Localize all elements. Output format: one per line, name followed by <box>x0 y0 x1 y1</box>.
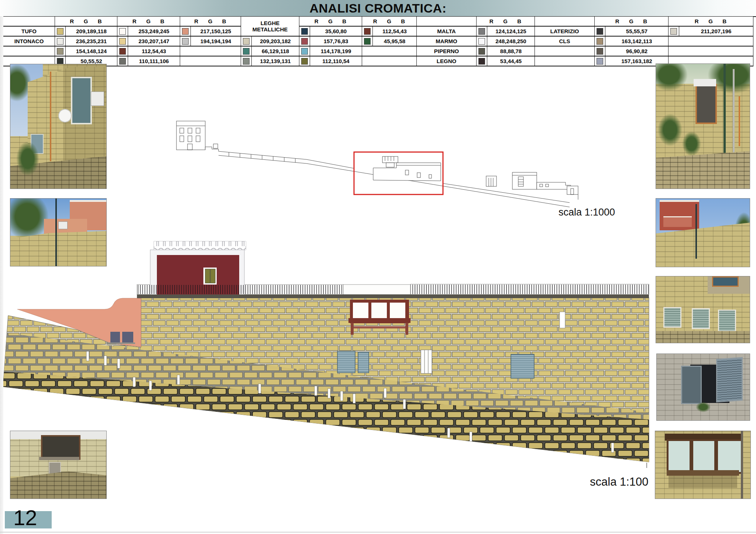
color-sample-cell: 163,142,113 <box>595 36 669 46</box>
rgb-column-header: R G B <box>180 17 241 27</box>
rgb-column-header: R G B <box>117 17 180 27</box>
rgb-column-header: R G B <box>669 17 753 27</box>
color-swatch <box>119 28 126 35</box>
color-sample-cell: 88,88,78 <box>477 46 535 56</box>
shrub <box>16 141 39 176</box>
orange-pipe <box>739 96 740 146</box>
orange-pipe <box>50 72 51 161</box>
rgb-value: 124,124,125 <box>487 27 535 36</box>
rgb-value: 230,207,147 <box>128 37 180 46</box>
color-sample-cell: 132,139,131 <box>241 56 299 66</box>
material-label: PIPERNO <box>417 46 477 56</box>
material-label: LEGHE METALLICHE <box>250 20 291 33</box>
window <box>695 84 717 124</box>
color-sample-cell: 253,249,245 <box>117 26 180 36</box>
rgb-column-header: R G B <box>595 17 669 27</box>
pole <box>695 204 697 259</box>
green-shutter <box>210 269 215 283</box>
window <box>71 77 92 124</box>
color-sample-cell: 236,235,231 <box>55 36 117 46</box>
upper-window <box>712 276 739 287</box>
rgb-value: 217,150,125 <box>191 27 241 36</box>
color-swatch <box>597 58 603 65</box>
color-swatch <box>301 58 308 65</box>
color-swatch <box>119 38 126 45</box>
sheet-edge-left <box>0 16 3 534</box>
green-shutter <box>205 269 210 283</box>
empty-cell <box>535 17 595 27</box>
pole <box>55 199 57 266</box>
corbel-shadow <box>669 476 737 488</box>
rgb-value: 96,90,82 <box>605 46 668 56</box>
color-sample-cell: 209,189,118 <box>55 26 117 36</box>
material-label: TUFO <box>3 26 55 36</box>
empty-cell <box>669 46 753 56</box>
material-label-cell: LEGHE METALLICHE <box>241 17 299 37</box>
rgb-column-header: R G B <box>299 17 362 27</box>
color-swatch <box>243 38 250 45</box>
color-swatch <box>478 38 485 45</box>
mullion <box>714 439 718 470</box>
color-swatch <box>364 38 371 45</box>
color-swatch <box>478 48 485 55</box>
color-swatch <box>57 38 63 45</box>
color-swatch <box>478 58 485 65</box>
material-label: LATERIZIO <box>535 26 595 36</box>
header-band: ANALISI CROMATICA: <box>0 0 756 17</box>
color-sample-cell: 35,60,80 <box>299 26 362 36</box>
rgb-value: 253,249,245 <box>128 27 180 36</box>
analysis-board-page: ANALISI CROMATICA: R G BR G BR G BLEGHE … <box>0 0 756 534</box>
drainpipe <box>741 431 743 499</box>
color-sample-cell: 110,111,106 <box>117 56 180 66</box>
terrace <box>663 216 691 227</box>
color-swatch <box>119 48 126 55</box>
material-label: MARMO <box>417 36 477 46</box>
color-swatch <box>57 58 63 65</box>
empty-cell <box>417 17 477 27</box>
rgb-value: 112,54,43 <box>128 46 180 56</box>
color-swatch <box>57 28 63 35</box>
empty-cell <box>3 17 55 27</box>
rgb-column-header: R G B <box>55 17 117 27</box>
material-label: INTONACO <box>3 36 55 46</box>
railing-hatch <box>137 285 343 294</box>
material-label: LEGNO <box>417 56 477 66</box>
empty-cell <box>669 36 753 46</box>
color-sample-cell: 114,178,199 <box>299 46 362 56</box>
material-label <box>535 46 595 56</box>
railing-hatch <box>410 285 649 294</box>
photo-right-open-window <box>656 354 750 421</box>
color-swatch <box>243 58 250 65</box>
empty-cell <box>180 56 241 66</box>
color-sample-cell: 209,203,182 <box>241 36 299 46</box>
photo-left-pink-villa <box>10 198 107 266</box>
greenery <box>656 63 688 91</box>
materials-rgb-table: R G BR G BR G BLEGHE METALLICHER G BR G … <box>3 16 753 66</box>
color-swatch <box>301 48 308 55</box>
lower-wall <box>656 151 750 189</box>
rgb-value: 35,60,80 <box>310 27 362 36</box>
color-sample-cell: 157,76,83 <box>299 36 362 46</box>
color-swatch <box>57 48 63 55</box>
photo-left-bay-window-house <box>10 431 107 499</box>
material-label <box>3 46 55 56</box>
ac-unit <box>58 221 68 229</box>
louvered-shutter <box>716 357 743 402</box>
rgb-column-header: R G B <box>362 17 417 27</box>
color-swatch <box>478 28 485 35</box>
empty-cell <box>180 46 241 56</box>
photo-right-red-villa <box>656 198 750 267</box>
rgb-value: 53,44,45 <box>487 56 535 66</box>
color-swatch <box>670 28 677 35</box>
balcony-base <box>39 457 79 460</box>
color-swatch <box>597 48 603 55</box>
color-sample-cell: 45,95,58 <box>362 36 417 46</box>
rgb-value: 154,148,124 <box>66 46 117 56</box>
color-swatch <box>243 48 250 55</box>
material-label: CLS <box>535 36 595 46</box>
scale-label-1000: scala 1:1000 <box>559 207 615 218</box>
rgb-value: 114,178,199 <box>310 46 362 56</box>
color-swatch <box>119 58 126 65</box>
material-label <box>535 56 595 66</box>
color-sample-cell: 230,207,147 <box>117 36 180 46</box>
